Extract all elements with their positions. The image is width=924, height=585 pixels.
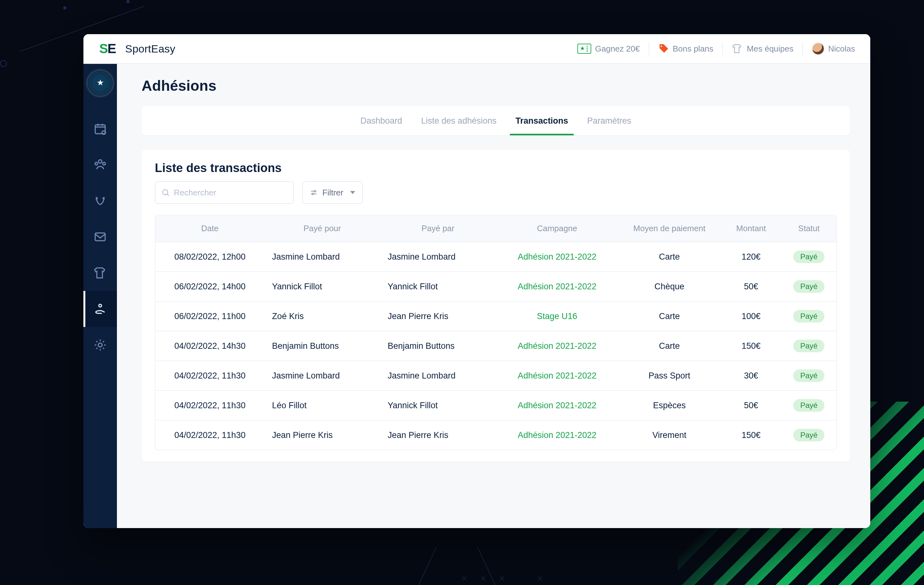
cell-campaign[interactable]: Adhésion 2021-2022: [496, 272, 619, 301]
deals-label: Bons plans: [673, 44, 714, 54]
cell-campaign[interactable]: Adhésion 2021-2022: [496, 242, 619, 272]
table-row[interactable]: 06/02/2022, 14h00Yannick FillotYannick F…: [155, 272, 836, 301]
bg-decoration: [63, 6, 66, 10]
brand-name: SportEasy: [125, 43, 175, 55]
earn-button[interactable]: Gagnez 20€: [578, 44, 640, 54]
cell-payee: Yannick Fillot: [264, 272, 380, 301]
cell-amount: 150€: [721, 331, 782, 361]
col-amount[interactable]: Montant: [721, 215, 782, 242]
status-badge: Payé: [793, 310, 825, 322]
app-window: SE SportEasy Gagnez 20€ Bons plans: [83, 34, 870, 528]
cell-payee: Benjamin Buttons: [264, 331, 380, 361]
col-status[interactable]: Statut: [782, 215, 836, 242]
filter-button[interactable]: Filtrer: [302, 181, 363, 204]
tab-members-list[interactable]: Liste des adhésions: [412, 106, 506, 136]
rail-item-calendar[interactable]: [83, 111, 117, 147]
topbar-right: Gagnez 20€ Bons plans Mes équipes Nicola…: [578, 42, 855, 55]
cell-payer: Jean Pierre Kris: [380, 420, 496, 449]
my-teams-button[interactable]: Mes équipes: [731, 43, 793, 54]
cell-status: Payé: [782, 420, 836, 449]
col-payer[interactable]: Payé par: [380, 215, 496, 242]
people-icon: [94, 158, 107, 171]
cell-campaign[interactable]: Adhésion 2021-2022: [496, 420, 619, 449]
cell-amount: 150€: [721, 420, 782, 449]
panel-controls: Filtrer: [155, 181, 837, 204]
cell-amount: 50€: [721, 272, 782, 301]
mail-icon: [94, 230, 107, 243]
cell-campaign[interactable]: Adhésion 2021-2022: [496, 331, 619, 361]
cell-means: Espèces: [619, 390, 721, 420]
rail-item-memberships[interactable]: [83, 291, 117, 327]
cell-campaign[interactable]: Adhésion 2021-2022: [496, 361, 619, 390]
cell-payee: Jasmine Lombard: [264, 361, 380, 390]
rail-item-trophies[interactable]: [83, 183, 117, 219]
svg-point-4: [95, 162, 97, 165]
tab-dashboard[interactable]: Dashboard: [352, 106, 411, 136]
col-payee[interactable]: Payé pour: [264, 215, 380, 242]
cell-date: 04/02/2022, 11h30: [155, 420, 264, 449]
cell-date: 08/02/2022, 12h00: [155, 242, 264, 272]
table-header-row: Date Payé pour Payé par Campagne Moyen d…: [155, 215, 836, 242]
tab-transactions[interactable]: Transactions: [507, 106, 577, 136]
rail-item-settings[interactable]: [83, 327, 117, 363]
tab-settings[interactable]: Paramètres: [578, 106, 640, 136]
col-date[interactable]: Date: [155, 215, 264, 242]
rail-item-messages[interactable]: [83, 219, 117, 255]
col-means[interactable]: Moyen de paiement: [619, 215, 721, 242]
status-badge: Payé: [793, 369, 825, 382]
deals-button[interactable]: Bons plans: [658, 43, 714, 54]
rail-item-members[interactable]: [83, 147, 117, 183]
laurel-icon: [94, 194, 107, 207]
cell-campaign[interactable]: Adhésion 2021-2022: [496, 390, 619, 420]
cell-amount: 50€: [721, 390, 782, 420]
cell-status: Payé: [782, 361, 836, 390]
club-badge-icon[interactable]: [87, 69, 114, 97]
transactions-panel: Liste des transactions Filtrer: [142, 150, 850, 462]
cell-status: Payé: [782, 331, 836, 361]
bg-decoration: [430, 547, 556, 585]
table-row[interactable]: 04/02/2022, 14h30Benjamin ButtonsBenjami…: [155, 331, 836, 361]
table-row[interactable]: 08/02/2022, 12h00Jasmine LombardJasmine …: [155, 242, 836, 272]
cell-status: Payé: [782, 390, 836, 420]
cell-status: Payé: [782, 272, 836, 301]
calendar-icon: [94, 122, 107, 136]
cell-date: 04/02/2022, 11h30: [155, 390, 264, 420]
cell-date: 04/02/2022, 11h30: [155, 361, 264, 390]
cell-means: Chèque: [619, 272, 721, 301]
cell-date: 06/02/2022, 11h00: [155, 301, 264, 331]
search-input[interactable]: [174, 188, 287, 198]
cell-campaign[interactable]: Stage U16: [496, 301, 619, 331]
topbar: SE SportEasy Gagnez 20€ Bons plans: [83, 34, 870, 64]
table-row[interactable]: 04/02/2022, 11h30Jean Pierre KrisJean Pi…: [155, 420, 836, 449]
table-row[interactable]: 04/02/2022, 11h30Jasmine LombardJasmine …: [155, 361, 836, 390]
left-rail: [83, 64, 117, 528]
divider: [802, 42, 803, 55]
svg-point-10: [314, 190, 316, 192]
rail-item-shop[interactable]: [83, 255, 117, 291]
gear-icon: [94, 338, 107, 352]
divider: [722, 42, 723, 55]
user-menu-button[interactable]: Nicolas: [812, 42, 855, 55]
svg-point-9: [163, 190, 168, 195]
svg-point-0: [660, 46, 662, 47]
cell-status: Payé: [782, 301, 836, 331]
brand[interactable]: SE SportEasy: [94, 40, 175, 57]
jersey-icon: [94, 266, 107, 279]
table-row[interactable]: 04/02/2022, 11h30Léo FillotYannick Fillo…: [155, 390, 836, 420]
jersey-icon: [731, 43, 743, 54]
cell-payer: Jasmine Lombard: [380, 242, 496, 272]
search-input-wrapper[interactable]: [155, 181, 294, 204]
table-row[interactable]: 06/02/2022, 11h00Zoé KrisJean Pierre Kri…: [155, 301, 836, 331]
sliders-icon: [310, 188, 318, 197]
user-name-label: Nicolas: [828, 44, 855, 54]
bg-decoration: [461, 568, 543, 581]
col-campaign[interactable]: Campagne: [496, 215, 619, 242]
status-badge: Payé: [793, 429, 825, 441]
svg-point-7: [99, 304, 102, 307]
status-badge: Payé: [793, 340, 825, 352]
chevron-down-icon: [350, 191, 355, 194]
svg-point-3: [99, 160, 102, 163]
cell-payee: Léo Fillot: [264, 390, 380, 420]
search-icon: [161, 188, 170, 197]
svg-rect-1: [95, 125, 105, 134]
